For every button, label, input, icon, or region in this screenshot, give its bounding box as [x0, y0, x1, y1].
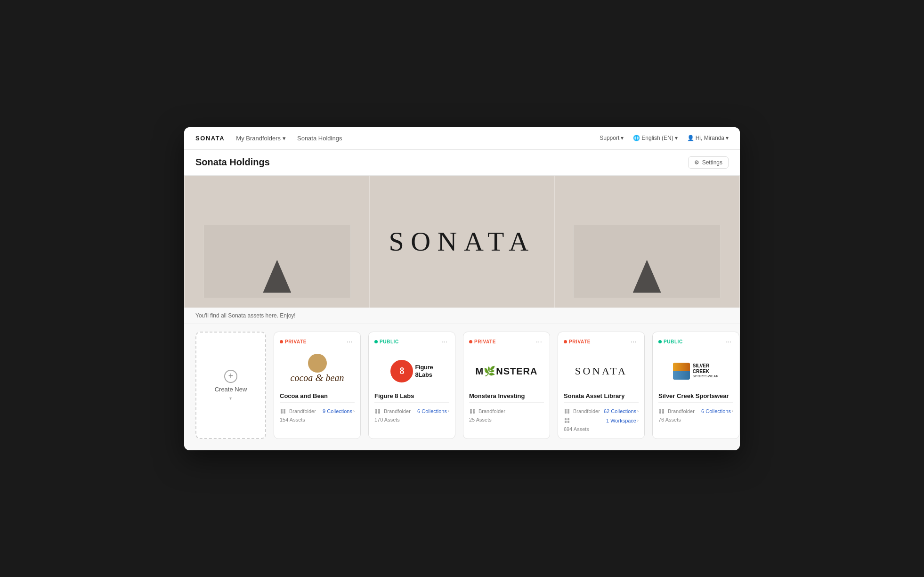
stat-brandfolder-label-s: Brandfolder [564, 408, 600, 414]
globe-icon: 🌐 [633, 135, 640, 141]
collections-link-sonata[interactable]: 62 Collections › [604, 408, 639, 414]
stat-brandfolder-label-m: Brandfolder [469, 408, 505, 414]
brandfolder-card-sonata[interactable]: PRIVATE ··· SONATA Sonata Asset Library [558, 332, 645, 439]
status-badge-monstera: PRIVATE [469, 339, 496, 344]
collections-link-cocoa[interactable]: 9 Collections › [323, 408, 355, 414]
nav-left: SONATA My Brandfolders ▾ Sonata Holdings [195, 135, 342, 142]
assets-count-cocoa: 154 Assets [280, 416, 355, 425]
figure8-circle: 8 [390, 360, 413, 382]
stat-row-brandfolder: Brandfolder 9 Collections › [280, 406, 355, 416]
hero-banner: SONATA [184, 176, 740, 308]
grid-icon [374, 408, 381, 414]
card-menu-figure8[interactable]: ··· [439, 337, 449, 347]
create-new-label: Create New [215, 386, 247, 393]
create-new-card[interactable]: + Create New ▾ [195, 332, 266, 439]
sonata-holdings-nav[interactable]: Sonata Holdings [297, 135, 342, 142]
chevron-down-icon: ▾ [229, 396, 232, 401]
top-nav: SONATA My Brandfolders ▾ Sonata Holdings… [184, 127, 740, 150]
user-icon: 👤 [687, 135, 694, 141]
language-nav[interactable]: 🌐 English (EN) ▾ [633, 135, 677, 141]
card-header-silvercreek: PUBLIC ··· [653, 332, 739, 350]
assets-count-silvercreek: 76 Assets [658, 416, 733, 425]
chevron-down-icon: ▾ [283, 135, 286, 142]
status-dot-private [564, 340, 567, 343]
settings-button[interactable]: ⚙ Settings [688, 156, 729, 169]
tree-left-icon [263, 260, 291, 293]
hero-panel-right-inner [573, 225, 721, 298]
page-header: Sonata Holdings ⚙ Settings [184, 150, 740, 176]
stat-row-workspace-s: 1 Workspace › [564, 416, 639, 425]
card-logo-monstera: M🌿NSTERA [463, 350, 550, 392]
stat-brandfolder-label: Brandfolder [280, 408, 316, 414]
card-stats-cocoa: Brandfolder 9 Collections › 154 Assets [274, 403, 360, 429]
tree-right-icon [633, 260, 661, 293]
silvercreek-badge [673, 363, 690, 380]
hero-title-text: SONATA [389, 226, 535, 257]
card-header-monstera: PRIVATE ··· [463, 332, 550, 350]
chevron-right-icon: › [448, 409, 449, 414]
my-brandfolders-nav[interactable]: My Brandfolders ▾ [236, 135, 286, 142]
hero-panel-right [554, 176, 740, 308]
collections-link-figure8[interactable]: 6 Collections › [417, 408, 449, 414]
subtitle-bar: You'll find all Sonata assets here. Enjo… [184, 308, 740, 324]
user-nav[interactable]: 👤 Hi, Miranda ▾ [687, 135, 729, 141]
stat-row-brandfolder-sc: Brandfolder 6 Collections › [658, 406, 733, 416]
card-logo-silvercreek: SILVER CREEK SPORTSWEAR [653, 350, 739, 392]
stat-brandfolder-label-sc: Brandfolder [658, 408, 695, 414]
status-dot-private [469, 340, 472, 343]
chevron-down-icon: ▾ [675, 135, 678, 141]
stat-workspace-label-s [564, 417, 570, 424]
support-nav[interactable]: Support ▾ [600, 135, 624, 141]
card-stats-silvercreek: Brandfolder 6 Collections › 76 Assets [653, 403, 739, 429]
support-label: Support [600, 135, 619, 141]
status-badge-figure8: PUBLIC [374, 339, 399, 344]
card-logo-figure8: 8 Figure 8Labs [369, 350, 455, 392]
subtitle-text: You'll find all Sonata assets here. Enjo… [195, 312, 296, 319]
brandfolder-card-figure8[interactable]: PUBLIC ··· 8 Figure 8Labs Fi [368, 332, 455, 439]
card-menu-sonata[interactable]: ··· [629, 337, 639, 347]
monstera-logo-text: M🌿NSTERA [476, 366, 538, 377]
create-card-content: + Create New ▾ [215, 370, 247, 401]
brandfolder-card-monstera[interactable]: PRIVATE ··· M🌿NSTERA Monstera Investing [463, 332, 550, 439]
status-text-sonata: PRIVATE [569, 339, 591, 344]
card-stats-figure8: Brandfolder 6 Collections › 170 Assets [369, 403, 455, 429]
settings-label: Settings [702, 159, 722, 166]
grid-icon [658, 408, 665, 414]
cocoa-circle-decoration [308, 354, 327, 373]
status-badge-cocoa: PRIVATE [280, 339, 307, 344]
sonata-logo-text: SONATA [575, 365, 627, 377]
my-brandfolders-label: My Brandfolders [236, 135, 281, 142]
card-menu-monstera[interactable]: ··· [534, 337, 544, 347]
brandfolder-card-silvercreek[interactable]: PUBLIC ··· SILVER CREEK SPORTSWEAR [652, 332, 739, 439]
card-name-silvercreek: Silver Creek Sportswear [653, 392, 739, 402]
status-badge-silvercreek: PUBLIC [658, 339, 683, 344]
brandfolder-card-cocoa[interactable]: PRIVATE ··· cocoa & bean Cocoa and Bean [274, 332, 361, 439]
card-name-sonata: Sonata Asset Library [558, 392, 644, 402]
page-title: Sonata Holdings [195, 157, 270, 168]
status-text-figure8: PUBLIC [380, 339, 399, 344]
figure8-logo: 8 Figure 8Labs [390, 360, 433, 382]
chevron-right-icon: › [637, 418, 639, 423]
card-menu-silvercreek[interactable]: ··· [723, 337, 733, 347]
chevron-down-icon: ▾ [621, 135, 624, 141]
hero-panel-left-inner [203, 225, 351, 298]
hero-panel-left [184, 176, 370, 308]
card-name-figure8: Figure 8 Labs [369, 392, 455, 402]
chevron-right-icon: › [353, 409, 355, 414]
sonata-holdings-label: Sonata Holdings [297, 135, 342, 142]
chevron-right-icon: › [732, 409, 733, 414]
collections-link-silvercreek[interactable]: 6 Collections › [701, 408, 733, 414]
card-logo-sonata: SONATA [558, 350, 644, 392]
card-header-sonata: PRIVATE ··· [558, 332, 644, 350]
grid-icon [280, 408, 286, 414]
stat-row-brandfolder-m: Brandfolder [469, 406, 544, 416]
create-plus-icon: + [224, 370, 237, 383]
status-badge-sonata: PRIVATE [564, 339, 591, 344]
status-dot-public [658, 340, 662, 343]
card-header-figure8: PUBLIC ··· [369, 332, 455, 350]
card-name-monstera: Monstera Investing [463, 392, 550, 402]
stat-row-brandfolder-f8: Brandfolder 6 Collections › [374, 406, 449, 416]
nav-right: Support ▾ 🌐 English (EN) ▾ 👤 Hi, Miranda… [600, 135, 729, 141]
card-menu-cocoa[interactable]: ··· [345, 337, 355, 347]
workspace-link-sonata[interactable]: 1 Workspace › [606, 418, 639, 423]
